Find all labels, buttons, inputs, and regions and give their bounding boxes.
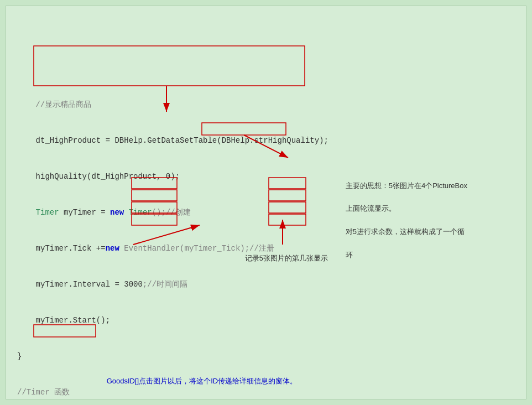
code-container: //显示精品商品 dt_HighProduct = DBHelp.GetData… [6,6,526,399]
code-block: //显示精品商品 dt_HighProduct = DBHelp.GetData… [17,15,515,399]
annotation-main-idea: 主要的思想：5张图片在4个PictureBox 上面轮流显示。 对5进行求余数，… [333,169,467,272]
code-line-7: myTimer.Start(); [17,315,515,327]
funbuffer2-box [132,190,177,201]
code-line-6: myTimer.Interval = 3000;//时间间隔 [17,279,515,291]
code-line-1: //显示精品商品 [17,99,515,111]
code-line-8: } [17,351,515,363]
arrow-service [133,225,200,245]
annotation-goodsid: GoodsID[]点击图片以后，将这个ID传递给详细信息的窗体。 [95,365,297,398]
annotation-record: 记录5张图片的第几张显示 [233,242,328,275]
timer-box [34,46,305,86]
iHighProtuct-box [202,123,286,135]
code-line-2: dt_HighProduct = DBHelp.GetDataSetTable(… [17,135,515,147]
percent5-1-box [269,190,306,201]
